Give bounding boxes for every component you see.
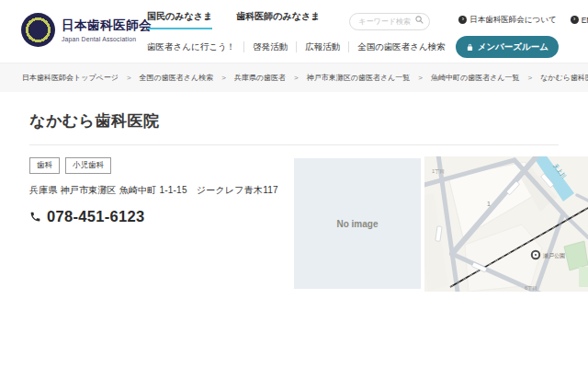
- nav-link-go-to-dentist[interactable]: 歯医者さんに行こう！: [147, 41, 243, 53]
- utility-link-about-label: 日本歯科医師会について: [469, 15, 556, 26]
- search-icon[interactable]: [415, 16, 424, 24]
- map-poi-marker-icon: [532, 251, 539, 259]
- utility-links: › 日本歯科医師会について › ENGLISH: [458, 15, 588, 26]
- logo-title: 日本歯科医師会: [62, 17, 152, 34]
- map-canvas: 1丁目 1 天上川 瀬戸公園 6丁目: [424, 156, 588, 292]
- breadcrumb-item[interactable]: 神戸市東灘区の歯医者さん一覧: [307, 73, 411, 83]
- members-room-button[interactable]: メンバーズルーム: [456, 36, 559, 58]
- clinic-tags: 歯科 小児歯科: [29, 157, 287, 174]
- nav-link-pr[interactable]: 広報活動: [297, 41, 348, 53]
- utility-link-english-label: ENGLISH: [582, 16, 588, 25]
- header-nav-row: 歯医者さんに行こう！ 啓発活動 広報活動 全国の歯医者さん検索 メンバーズルーム: [147, 35, 559, 59]
- no-image-label: No image: [336, 219, 378, 229]
- clinic-info: 歯科 小児歯科 兵庫県 神戸市東灘区 魚崎中町 1-1-15 ジークレフ青木11…: [29, 157, 287, 225]
- page-title: なかむら歯科医院: [29, 110, 559, 145]
- header-top-row: 国民のみなさま 歯科医師のみなさま › 日本歯科医師会について › ENGLIS…: [147, 8, 582, 31]
- tab-citizens[interactable]: 国民のみなさま: [147, 10, 212, 29]
- phone-number: 078-451-6123: [47, 208, 144, 225]
- map-label-park: 瀬戸公園: [543, 252, 565, 259]
- clinic-address: 兵庫県 神戸市東灘区 魚崎中町 1-1-15 ジークレフ青木117: [29, 184, 287, 197]
- nav-link-dentist-search[interactable]: 全国の歯医者さん検索: [349, 41, 454, 53]
- map-label-district-top: 1丁目: [432, 168, 445, 175]
- arrow-circle-icon: ›: [458, 16, 467, 24]
- utility-link-english[interactable]: › ENGLISH: [571, 16, 588, 25]
- tab-dentists[interactable]: 歯科医師のみなさま: [236, 10, 320, 29]
- lock-icon: [466, 43, 474, 52]
- breadcrumb-item[interactable]: 日本歯科医師会トップページ: [22, 73, 119, 83]
- breadcrumb-separator: >: [528, 74, 533, 82]
- clinic-tag: 小児歯科: [65, 157, 111, 174]
- members-room-label: メンバーズルーム: [478, 41, 548, 53]
- map-label-block: 1: [487, 201, 491, 207]
- breadcrumb: 日本歯科医師会トップページ > 全国の歯医者さん検索 > 兵庫県の歯医者 > 神…: [0, 63, 588, 92]
- breadcrumb-item[interactable]: 兵庫県の歯医者: [234, 73, 286, 83]
- site-header: 日本歯科医師会 Japan Dental Association 国民のみなさま…: [0, 0, 588, 63]
- breadcrumb-separator: >: [221, 74, 226, 82]
- arrow-circle-icon: ›: [571, 16, 579, 24]
- clinic-tag: 歯科: [29, 157, 60, 174]
- breadcrumb-item[interactable]: 魚崎中町の歯医者さん一覧: [431, 73, 520, 83]
- breadcrumb-item[interactable]: 全国の歯医者さん検索: [140, 73, 214, 83]
- logo-subtitle: Japan Dental Association: [62, 36, 152, 42]
- breadcrumb-separator: >: [127, 74, 131, 82]
- breadcrumb-separator: >: [418, 74, 423, 82]
- utility-link-about[interactable]: › 日本歯科医師会について: [458, 15, 556, 26]
- clinic-phone: 078-451-6123: [29, 208, 287, 225]
- site-logo[interactable]: 日本歯科医師会 Japan Dental Association: [21, 13, 152, 47]
- breadcrumb-item-current: なかむら歯科医院: [540, 73, 588, 83]
- breadcrumb-separator: >: [294, 74, 299, 82]
- map-label-district-bottom: 6丁目: [525, 285, 537, 292]
- search-box: [349, 11, 430, 29]
- clinic-map[interactable]: 1丁目 1 天上川 瀬戸公園 6丁目: [424, 156, 588, 292]
- jda-emblem-icon: [21, 13, 55, 47]
- no-image-placeholder: No image: [294, 158, 421, 289]
- page: 日本歯科医師会 Japan Dental Association 国民のみなさま…: [0, 0, 588, 368]
- nav-link-awareness[interactable]: 啓発活動: [244, 41, 296, 53]
- phone-icon: [29, 211, 41, 223]
- main-content: なかむら歯科医院 歯科 小児歯科 兵庫県 神戸市東灘区 魚崎中町 1-1-15 …: [0, 92, 588, 368]
